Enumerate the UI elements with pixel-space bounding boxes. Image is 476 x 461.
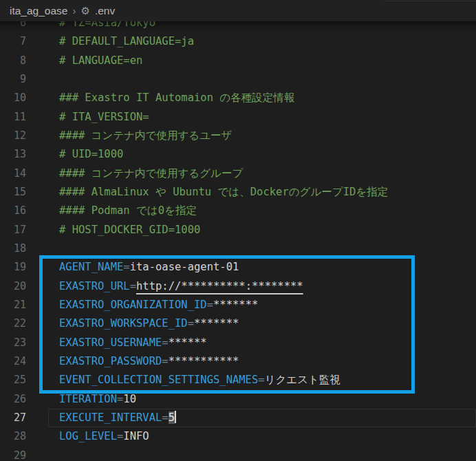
code-line-23[interactable]: 23EXASTRO_USERNAME=****** [0, 334, 476, 352]
env-value: INFO [123, 430, 149, 442]
code-line-8[interactable]: 8# LANGUAGE=en [0, 52, 476, 70]
env-key: EXASTRO_PASSWORD [59, 355, 162, 367]
line-text: EXECUTE_INTERVAL=5 [59, 409, 176, 427]
line-text: #### コンテナ内で使用するグループ [59, 164, 243, 183]
line-text: EXASTRO_PASSWORD=*********** [59, 352, 239, 371]
code-line-11[interactable]: 11# ITA_VERSION= [0, 108, 476, 127]
env-key: EXASTRO_ORGANIZATION_ID [59, 299, 207, 311]
env-value-link: http://**********:******** [136, 280, 303, 292]
code-line-17[interactable]: 17# HOST_DOCKER_GID=1000 [0, 221, 476, 239]
line-number: 7 [0, 32, 32, 51]
env-value: *********** [169, 355, 239, 367]
comment-text: # TZ=Asia/Tokyo [59, 21, 155, 29]
env-key: EXASTRO_URL [59, 280, 130, 292]
line-number: 27 [0, 409, 32, 427]
code-line-15[interactable]: 15#### AlmaLinux や Ubuntu では、Dockerのグループ… [0, 183, 476, 202]
env-key: EXECUTE_INTERVAL [59, 411, 162, 424]
line-text: # TZ=Asia/Tokyo [59, 21, 155, 32]
code-line-16[interactable]: 16#### Podman では0を指定 [0, 202, 476, 220]
line-number: 17 [0, 221, 32, 239]
code-line-12[interactable]: 12#### コンテナ内で使用するユーザ [0, 127, 476, 145]
line-text: EXASTRO_USERNAME=****** [59, 334, 207, 352]
breadcrumb: ita_ag_oase › ⚙ .env [0, 0, 476, 21]
line-number: 11 [0, 108, 32, 127]
env-key: EXASTRO_WORKSPACE_ID [59, 317, 188, 330]
text-cursor [175, 411, 176, 423]
code-line-28[interactable]: 28LOG_LEVEL=INFO [0, 427, 476, 446]
line-text: # ITA_VERSION= [59, 108, 149, 127]
env-key: EXASTRO_USERNAME [59, 336, 162, 349]
line-number: 23 [0, 334, 32, 352]
code-line-18[interactable]: 18 [0, 239, 476, 258]
line-number: 9 [0, 70, 32, 89]
code-line-14[interactable]: 14#### コンテナ内で使用するグループ [0, 164, 476, 183]
line-text: EXASTRO_WORKSPACE_ID=******* [59, 314, 239, 333]
code-line-7[interactable]: 7# DEFAULT_LANGUAGE=ja [0, 32, 476, 51]
code-line-10[interactable]: 10### Exastro IT Automaion の各種設定情報 [0, 89, 476, 107]
comment-text: # UID=1000 [59, 148, 123, 160]
line-number: 24 [0, 352, 32, 371]
assign-operator: = [130, 280, 136, 292]
breadcrumb-folder[interactable]: ita_ag_oase [10, 5, 67, 17]
line-number: 15 [0, 183, 32, 202]
env-key: AGENT_NAME [59, 261, 123, 273]
env-value: ita-oase-agent-01 [130, 261, 239, 273]
line-number: 10 [0, 89, 32, 107]
env-key: EVENT_COLLECTION_SETTINGS_NAMES [59, 374, 258, 386]
line-text: ITERATION=10 [59, 390, 136, 409]
assign-operator: = [258, 374, 264, 386]
line-number: 6 [0, 21, 32, 32]
code-line-24[interactable]: 24EXASTRO_PASSWORD=*********** [0, 352, 476, 371]
line-text: #### コンテナ内で使用するユーザ [59, 127, 232, 145]
comment-text: #### コンテナ内で使用するユーザ [59, 129, 232, 142]
comment-text: #### Podman では0を指定 [59, 204, 197, 217]
code-editor[interactable]: 6# TZ=Asia/Tokyo7# DEFAULT_LANGUAGE=ja8#… [0, 21, 476, 461]
gear-icon: ⚙ [80, 6, 89, 16]
env-value: ****** [169, 336, 207, 349]
comment-text: # ITA_VERSION= [59, 111, 149, 123]
comment-text: #### AlmaLinux や Ubuntu では、DockerのグループID… [59, 186, 388, 198]
env-key: ITERATION [59, 393, 117, 405]
line-text: # LANGUAGE=en [59, 52, 142, 70]
line-text: ### Exastro IT Automaion の各種設定情報 [59, 89, 294, 107]
code-line-21[interactable]: 21EXASTRO_ORGANIZATION_ID=******* [0, 296, 476, 314]
assign-operator: = [162, 355, 168, 367]
code-line-25[interactable]: 25EVENT_COLLECTION_SETTINGS_NAMES=リクエスト監… [0, 371, 476, 389]
code-line-6[interactable]: 6# TZ=Asia/Tokyo [0, 21, 476, 32]
assign-operator: = [123, 261, 129, 273]
tab-edge-divider [384, 1, 476, 1]
line-number: 28 [0, 427, 32, 446]
line-text: #### AlmaLinux や Ubuntu では、DockerのグループID… [59, 183, 388, 202]
env-value-selected: 5 [169, 411, 175, 424]
line-number: 14 [0, 164, 32, 183]
line-text: LOG_LEVEL=INFO [59, 427, 149, 446]
code-line-19[interactable]: 19AGENT_NAME=ita-oase-agent-01 [0, 258, 476, 277]
code-line-29[interactable]: 29 [0, 447, 476, 461]
comment-text: # LANGUAGE=en [59, 54, 142, 67]
line-number: 12 [0, 127, 32, 145]
assign-operator: = [188, 317, 194, 330]
env-value: ******* [213, 299, 258, 311]
code-line-27[interactable]: 27EXECUTE_INTERVAL=5 [0, 409, 476, 427]
line-text: # DEFAULT_LANGUAGE=ja [59, 32, 194, 51]
line-text: EXASTRO_ORGANIZATION_ID=******* [59, 296, 258, 314]
assign-operator: = [117, 393, 123, 405]
line-number: 21 [0, 296, 32, 314]
assign-operator: = [162, 336, 168, 349]
line-number: 20 [0, 277, 32, 296]
line-number: 22 [0, 314, 32, 333]
env-value: リクエスト監視 [265, 374, 340, 386]
breadcrumb-file[interactable]: .env [95, 5, 115, 17]
code-line-22[interactable]: 22EXASTRO_WORKSPACE_ID=******* [0, 314, 476, 333]
code-line-9[interactable]: 9 [0, 70, 476, 89]
code-line-13[interactable]: 13# UID=1000 [0, 145, 476, 164]
code-line-26[interactable]: 26ITERATION=10 [0, 390, 476, 409]
code-line-20[interactable]: 20EXASTRO_URL=http://**********:******** [0, 277, 476, 296]
assign-operator: = [117, 430, 123, 442]
line-number: 25 [0, 371, 32, 389]
line-number: 8 [0, 52, 32, 70]
line-text: EVENT_COLLECTION_SETTINGS_NAMES=リクエスト監視 [59, 371, 340, 389]
env-key: LOG_LEVEL [59, 430, 117, 442]
line-text: # UID=1000 [59, 145, 123, 164]
env-value: 10 [123, 393, 136, 405]
